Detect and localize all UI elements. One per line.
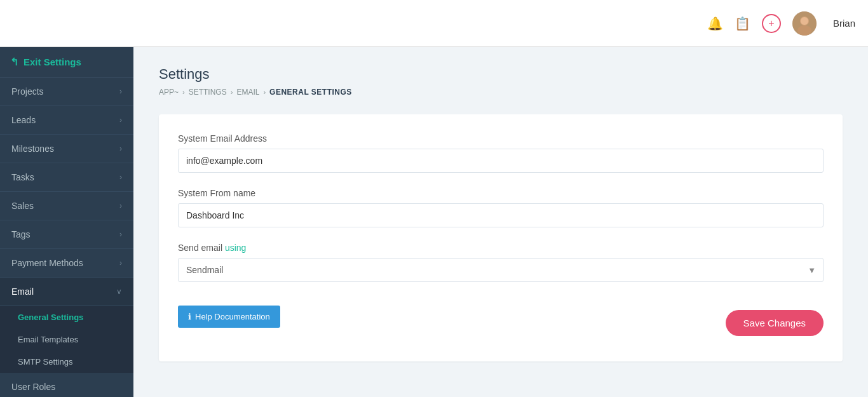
email-form-group: System Email Address [178, 133, 824, 173]
add-circle-icon[interactable]: + [762, 14, 781, 33]
settings-card: System Email Address System From name Se… [159, 114, 843, 361]
exit-icon: ↰ [10, 56, 18, 68]
bell-icon[interactable]: 🔔 [707, 16, 723, 31]
chevron-right-icon: › [119, 144, 122, 153]
info-icon: ℹ [188, 312, 191, 321]
chevron-right-icon: › [119, 259, 122, 267]
breadcrumb-app[interactable]: APP~ [159, 88, 179, 97]
sidebar-item-leads[interactable]: Leads › [0, 106, 133, 135]
sidebar-subitem-email-templates[interactable]: Email Templates [0, 328, 133, 351]
from-name-label: System From name [178, 188, 824, 198]
sidebar-item-tasks[interactable]: Tasks › [0, 163, 133, 192]
email-input[interactable] [178, 149, 824, 173]
from-name-form-group: System From name [178, 188, 824, 227]
email-label: System Email Address [178, 133, 824, 144]
from-name-input[interactable] [178, 203, 824, 227]
breadcrumb-email[interactable]: EMAIL [236, 88, 259, 97]
form-actions: ℹ Help Documentation Save Changes [178, 297, 824, 336]
send-using-label: Send email using [178, 243, 824, 253]
svg-point-3 [801, 17, 808, 25]
save-changes-button[interactable]: Save Changes [726, 310, 824, 336]
sidebar-item-payment-methods[interactable]: Payment Methods › [0, 249, 133, 278]
sidebar-item-email[interactable]: Email ∨ [0, 278, 133, 306]
chevron-down-icon: ∨ [116, 287, 122, 296]
svg-point-2 [797, 25, 811, 36]
main-content: Settings APP~ › SETTINGS › EMAIL › GENER… [133, 47, 868, 397]
help-documentation-button[interactable]: ℹ Help Documentation [178, 306, 280, 328]
sidebar-item-user-roles[interactable]: User Roles [0, 373, 133, 397]
breadcrumb-sep-1: › [182, 88, 185, 96]
chevron-right-icon: › [119, 173, 122, 182]
breadcrumb-current: GENERAL SETTINGS [269, 88, 352, 97]
notebook-icon[interactable]: 📋 [735, 16, 750, 31]
sidebar-item-tags[interactable]: Tags › [0, 220, 133, 249]
breadcrumb-sep-3: › [263, 88, 266, 96]
breadcrumb: APP~ › SETTINGS › EMAIL › GENERAL SETTIN… [159, 88, 843, 97]
exit-settings-button[interactable]: ↰ Exit Settings [0, 47, 133, 77]
breadcrumb-settings[interactable]: SETTINGS [189, 88, 227, 97]
sidebar-item-projects[interactable]: Projects › [0, 77, 133, 106]
page-title: Settings [159, 66, 843, 83]
sidebar-item-sales[interactable]: Sales › [0, 192, 133, 220]
sidebar-subitem-general-settings[interactable]: General Settings [0, 306, 133, 328]
send-using-form-group: Send email using Sendmail SMTP Mailgun S… [178, 243, 824, 282]
avatar [792, 11, 817, 36]
chevron-right-icon: › [119, 116, 122, 124]
chevron-right-icon: › [119, 201, 122, 210]
sidebar-subitem-smtp-settings[interactable]: SMTP Settings [0, 351, 133, 373]
breadcrumb-sep-2: › [231, 88, 233, 96]
sidebar-item-milestones[interactable]: Milestones › [0, 135, 133, 163]
user-name: Brian [833, 18, 855, 29]
exit-settings-label: Exit Settings [24, 57, 81, 67]
send-using-select[interactable]: Sendmail SMTP Mailgun SendGrid [178, 258, 824, 282]
layout: ↰ Exit Settings Projects › Leads › Miles… [0, 47, 868, 397]
sidebar: ↰ Exit Settings Projects › Leads › Miles… [0, 47, 133, 397]
send-select-wrapper: Sendmail SMTP Mailgun SendGrid ▼ [178, 258, 824, 282]
header-icons: 🔔 📋 + Brian [707, 11, 855, 36]
chevron-right-icon: › [119, 87, 122, 96]
top-header: 🔔 📋 + Brian [0, 0, 868, 47]
chevron-right-icon: › [119, 230, 122, 239]
